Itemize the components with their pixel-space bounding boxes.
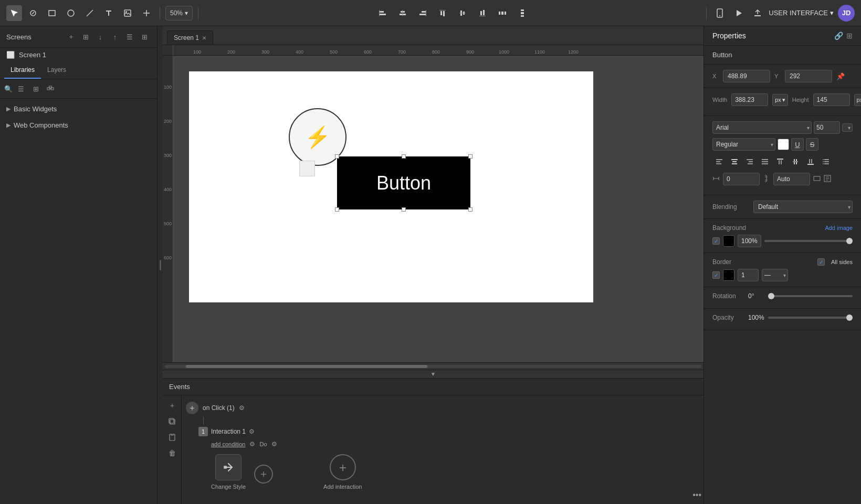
add-screen-btn[interactable]: ＋ <box>65 30 77 43</box>
bg-opacity-input[interactable] <box>738 235 761 247</box>
add-action-btn[interactable]: ＋ <box>254 465 273 484</box>
border-checkbox[interactable] <box>712 271 720 279</box>
pen-tool[interactable] <box>25 5 41 21</box>
x-input[interactable] <box>723 70 770 82</box>
add-event-btn[interactable]: ＋ <box>186 402 198 414</box>
canvas-hscroll[interactable] <box>163 362 704 370</box>
export-button[interactable] <box>750 5 765 21</box>
events-copy-btn[interactable] <box>166 415 178 428</box>
align-right-btn[interactable] <box>743 155 757 169</box>
events-add-btn[interactable]: ＋ <box>166 400 178 412</box>
mobile-preview[interactable] <box>712 5 728 21</box>
screen-thumbnail-btn[interactable]: ⊞ <box>79 30 92 43</box>
pin-icon[interactable]: 📌 <box>836 72 845 80</box>
user-avatar[interactable]: JD <box>838 5 855 22</box>
events-paste-btn[interactable] <box>166 431 178 444</box>
add-image-btn[interactable]: Add image <box>825 225 853 231</box>
tab-layers[interactable]: Layers <box>41 62 72 79</box>
canvas-tab-close[interactable]: ✕ <box>202 35 206 41</box>
font-size-input[interactable] <box>814 121 840 134</box>
lib-group-web[interactable]: ▶ Web Components <box>0 117 157 133</box>
border-color-swatch[interactable] <box>723 269 734 281</box>
lib-group-basic[interactable]: ▶ Basic Widgets <box>0 101 157 117</box>
align-right-tool[interactable] <box>415 5 430 21</box>
y-input[interactable] <box>785 70 832 82</box>
strikethrough-btn[interactable]: S <box>806 138 818 151</box>
align-center-btn[interactable] <box>728 155 741 169</box>
add-interaction-area[interactable]: ＋ Add interaction <box>323 454 362 490</box>
distribute-h-tool[interactable] <box>495 5 510 21</box>
play-button[interactable] <box>731 5 747 21</box>
text-color-swatch[interactable] <box>778 139 789 150</box>
border-width-input[interactable] <box>738 269 759 281</box>
do-gear[interactable]: ⚙ <box>271 440 277 448</box>
align-bottom-text-btn[interactable] <box>804 155 817 169</box>
events-delete-btn[interactable]: 🗑 <box>166 447 178 459</box>
canvas-button-element[interactable]: Button <box>336 155 471 211</box>
font-family-select[interactable]: Arial <box>712 121 812 134</box>
border-allsides-check[interactable] <box>817 258 825 266</box>
list-btn[interactable] <box>819 155 833 169</box>
screen-menu-btn[interactable]: ☰ <box>123 30 136 43</box>
lib-search-icon[interactable]: 🔍 <box>4 85 13 93</box>
letter-spacing-input[interactable] <box>723 173 760 185</box>
interaction-gear[interactable]: ⚙ <box>249 428 255 435</box>
screen-export-btn[interactable]: ↓ <box>94 30 107 43</box>
blending-select[interactable]: Default <box>753 201 853 213</box>
underline-btn[interactable]: U <box>791 138 804 151</box>
bg-color-swatch[interactable] <box>723 235 734 247</box>
align-left-tool[interactable] <box>375 5 391 21</box>
line-tool[interactable] <box>82 5 98 21</box>
width-input[interactable] <box>731 93 768 106</box>
line-height-input[interactable] <box>773 173 810 185</box>
opacity-slider[interactable] <box>768 317 853 319</box>
handle-tl[interactable] <box>335 154 339 159</box>
align-top-text-btn[interactable] <box>773 155 787 169</box>
align-vcenter-tool[interactable] <box>455 5 470 21</box>
add-tool[interactable] <box>139 5 154 21</box>
font-style-select[interactable]: Regular <box>712 138 775 151</box>
font-size-select[interactable] <box>842 123 853 132</box>
change-style-action[interactable]: Change Style <box>211 454 246 490</box>
border-style-select[interactable]: — <box>762 269 788 281</box>
align-justify-btn[interactable] <box>758 155 772 169</box>
project-name[interactable]: USER INTERFACE ▾ <box>769 9 834 17</box>
lib-grid-view[interactable]: ⊞ <box>29 82 42 95</box>
canvas-content[interactable]: ⚡ Button <box>173 56 704 362</box>
align-top-tool[interactable] <box>435 5 450 21</box>
on-click-gear[interactable]: ⚙ <box>239 404 245 412</box>
handle-tr[interactable] <box>468 154 472 159</box>
align-middle-text-btn[interactable] <box>789 155 802 169</box>
add-condition-btn[interactable]: add condition <box>211 441 245 447</box>
height-input[interactable] <box>813 93 850 106</box>
hscroll-track[interactable] <box>165 365 701 368</box>
align-left-btn[interactable] <box>712 155 726 169</box>
condition-gear[interactable]: ⚙ <box>249 440 255 448</box>
distribute-v-tool[interactable] <box>514 5 530 21</box>
canvas-tab-screen1[interactable]: Screen 1 ✕ <box>167 30 213 45</box>
select-tool[interactable] <box>6 5 22 21</box>
rotation-slider[interactable] <box>768 295 853 297</box>
handle-bm[interactable] <box>402 207 406 212</box>
bg-opacity-slider[interactable] <box>764 240 853 242</box>
zoom-control[interactable]: 50% ▾ <box>165 6 193 20</box>
screen-up-btn[interactable]: ↑ <box>109 30 121 43</box>
handle-br[interactable] <box>468 207 472 212</box>
text-tool[interactable] <box>101 5 117 21</box>
align-bottom-tool[interactable] <box>475 5 490 21</box>
image-tool[interactable] <box>120 5 135 21</box>
handle-bl[interactable] <box>335 207 339 212</box>
hscroll-thumb[interactable] <box>186 365 427 368</box>
align-center-tool[interactable] <box>395 5 411 21</box>
props-layers-icon[interactable]: ⊞ <box>846 32 853 40</box>
tab-libraries[interactable]: Libraries <box>4 62 41 79</box>
height-unit[interactable]: px ▾ <box>854 94 861 106</box>
lib-component-icon[interactable] <box>44 82 57 95</box>
handle-tm[interactable] <box>402 154 406 159</box>
props-link-icon[interactable]: 🔗 <box>834 32 843 40</box>
canvas-collapse[interactable]: ▼ <box>163 370 704 378</box>
left-resizer[interactable] <box>158 26 163 504</box>
bg-checkbox[interactable] <box>712 237 720 245</box>
width-unit[interactable]: px ▾ <box>772 94 788 106</box>
rect-tool[interactable] <box>44 5 60 21</box>
